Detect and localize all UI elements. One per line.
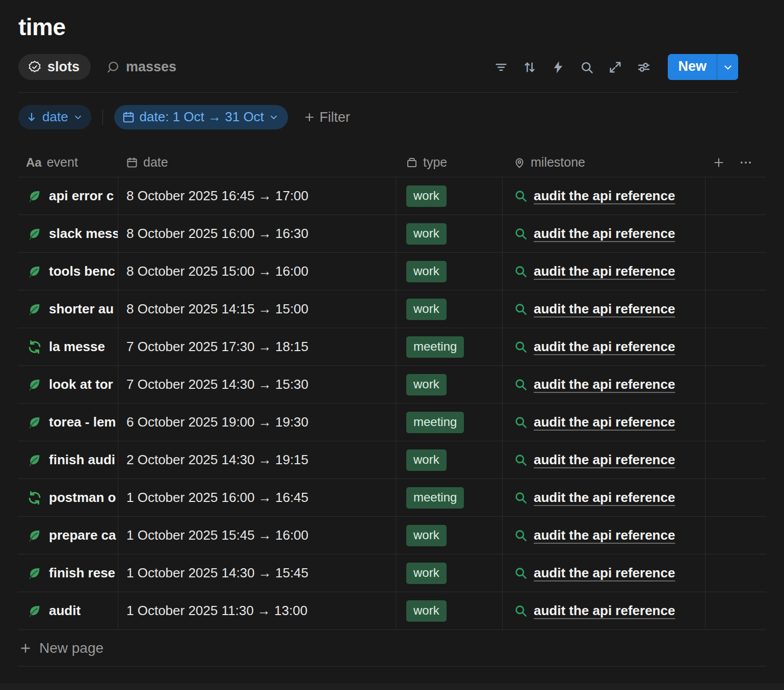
event-cell[interactable]: prepare ca [18, 517, 118, 554]
event-title: audit [49, 603, 81, 619]
date-cell[interactable]: 8 October 2025 16:45 → 17:00 [118, 177, 396, 215]
settings-sliders-icon[interactable] [632, 56, 656, 79]
milestone-link[interactable]: audit the api reference [534, 188, 675, 204]
column-label-date: date [143, 155, 168, 170]
milestone-link[interactable]: audit the api reference [534, 301, 675, 317]
milestone-link[interactable]: audit the api reference [534, 490, 675, 506]
event-cell[interactable]: finish audi [18, 441, 118, 479]
type-tag: work [406, 600, 447, 622]
milestone-cell[interactable]: audit the api reference [502, 328, 705, 365]
table-row[interactable]: postman o 1 October 2025 16:00 → 16:45 m… [18, 479, 766, 517]
add-filter-button[interactable]: Filter [303, 110, 350, 125]
date-value: 7 October 2025 14:30 → 15:30 [126, 377, 308, 392]
date-cell[interactable]: 2 October 2025 14:30 → 19:15 [118, 441, 396, 479]
type-cell[interactable]: work [396, 554, 502, 592]
milestone-cell[interactable]: audit the api reference [502, 177, 705, 215]
magnifier-icon [514, 604, 528, 618]
type-cell[interactable]: meeting [396, 479, 502, 516]
sort-pill[interactable]: date [18, 105, 91, 129]
type-cell[interactable]: meeting [396, 404, 502, 441]
milestone-cell[interactable]: audit the api reference [502, 554, 705, 592]
event-cell[interactable]: shorter au [18, 290, 118, 328]
type-cell[interactable]: meeting [396, 328, 502, 365]
date-cell[interactable]: 1 October 2025 11:30 → 13:00 [118, 592, 396, 629]
new-button-dropdown[interactable] [717, 54, 738, 80]
tab-masses[interactable]: masses [106, 59, 176, 75]
tab-slots[interactable]: slots [18, 54, 91, 80]
event-cell[interactable]: la messe [18, 328, 118, 365]
milestone-link[interactable]: audit the api reference [534, 339, 675, 355]
event-cell[interactable]: postman o [18, 479, 118, 516]
date-filter-pill[interactable]: date: 1 Oct → 31 Oct [114, 105, 288, 129]
milestone-link[interactable]: audit the api reference [534, 603, 675, 619]
event-cell[interactable]: torea - lem [18, 404, 118, 441]
new-button-group: New [668, 54, 738, 80]
table-row[interactable]: look at tor 7 October 2025 14:30 → 15:30… [18, 366, 766, 404]
column-header-event[interactable]: Aa event [18, 155, 118, 170]
table-options-button[interactable] [739, 155, 753, 170]
date-cell[interactable]: 8 October 2025 15:00 → 16:00 [118, 253, 396, 290]
new-button[interactable]: New [668, 54, 717, 80]
type-cell[interactable]: work [396, 441, 502, 479]
milestone-link[interactable]: audit the api reference [534, 226, 675, 242]
page-title[interactable]: time [18, 0, 738, 41]
table-row[interactable]: slack mess 8 October 2025 16:00 → 16:30 … [18, 215, 766, 253]
expand-icon[interactable] [604, 56, 627, 79]
table-row[interactable]: audit 1 October 2025 11:30 → 13:00 work … [18, 592, 766, 630]
date-cell[interactable]: 8 October 2025 14:15 → 15:00 [118, 290, 396, 328]
event-cell[interactable]: audit [18, 592, 118, 629]
sort-icon[interactable] [518, 56, 541, 79]
new-page-button[interactable]: New page [18, 630, 766, 667]
type-cell[interactable]: work [396, 366, 502, 403]
milestone-cell[interactable]: audit the api reference [502, 517, 705, 554]
milestone-cell[interactable]: audit the api reference [502, 592, 705, 629]
date-cell[interactable]: 1 October 2025 16:00 → 16:45 [118, 479, 396, 516]
milestone-cell[interactable]: audit the api reference [502, 290, 705, 328]
milestone-link[interactable]: audit the api reference [534, 527, 675, 543]
table-row[interactable]: torea - lem 6 October 2025 19:00 → 19:30… [18, 404, 766, 441]
search-icon[interactable] [575, 56, 598, 79]
add-column-button[interactable] [712, 156, 725, 169]
milestone-link[interactable]: audit the api reference [534, 414, 675, 430]
event-cell[interactable]: api error c [18, 177, 118, 215]
milestone-link[interactable]: audit the api reference [534, 452, 675, 468]
milestone-link[interactable]: audit the api reference [534, 377, 675, 392]
event-cell[interactable]: finish rese [18, 554, 118, 592]
column-header-milestone[interactable]: milestone [502, 155, 705, 170]
table-row[interactable]: la messe 7 October 2025 17:30 → 18:15 me… [18, 328, 766, 366]
date-cell[interactable]: 6 October 2025 19:00 → 19:30 [118, 404, 396, 441]
milestone-cell[interactable]: audit the api reference [502, 404, 705, 441]
type-cell[interactable]: work [396, 253, 502, 290]
date-cell[interactable]: 7 October 2025 14:30 → 15:30 [118, 366, 396, 403]
type-cell[interactable]: work [396, 215, 502, 252]
magnifier-icon [514, 189, 528, 203]
milestone-link[interactable]: audit the api reference [534, 263, 675, 279]
type-cell[interactable]: work [396, 290, 502, 328]
type-cell[interactable]: work [396, 517, 502, 554]
column-header-date[interactable]: date [118, 155, 396, 170]
type-cell[interactable]: work [396, 592, 502, 629]
date-cell[interactable]: 8 October 2025 16:00 → 16:30 [118, 215, 396, 252]
table-row[interactable]: tools benc 8 October 2025 15:00 → 16:00 … [18, 253, 766, 290]
event-cell[interactable]: look at tor [18, 366, 118, 403]
event-cell[interactable]: slack mess [18, 215, 118, 252]
event-cell[interactable]: tools benc [18, 253, 118, 290]
bolt-icon[interactable] [546, 56, 570, 79]
milestone-cell[interactable]: audit the api reference [502, 479, 705, 516]
milestone-cell[interactable]: audit the api reference [502, 366, 705, 403]
date-cell[interactable]: 1 October 2025 15:45 → 16:00 [118, 517, 396, 554]
table-row[interactable]: finish audi 2 October 2025 14:30 → 19:15… [18, 441, 766, 479]
date-cell[interactable]: 1 October 2025 14:30 → 15:45 [118, 554, 396, 592]
table-row[interactable]: finish rese 1 October 2025 14:30 → 15:45… [18, 554, 766, 592]
column-header-type[interactable]: type [396, 155, 502, 170]
milestone-cell[interactable]: audit the api reference [502, 441, 705, 479]
milestone-link[interactable]: audit the api reference [534, 565, 675, 581]
date-cell[interactable]: 7 October 2025 17:30 → 18:15 [118, 328, 396, 365]
filter-icon[interactable] [489, 56, 513, 79]
type-cell[interactable]: work [396, 177, 502, 215]
milestone-cell[interactable]: audit the api reference [502, 253, 705, 290]
table-row[interactable]: api error c 8 October 2025 16:45 → 17:00… [18, 177, 766, 215]
table-row[interactable]: shorter au 8 October 2025 14:15 → 15:00 … [18, 290, 766, 328]
milestone-cell[interactable]: audit the api reference [502, 215, 705, 252]
table-row[interactable]: prepare ca 1 October 2025 15:45 → 16:00 … [18, 517, 766, 554]
